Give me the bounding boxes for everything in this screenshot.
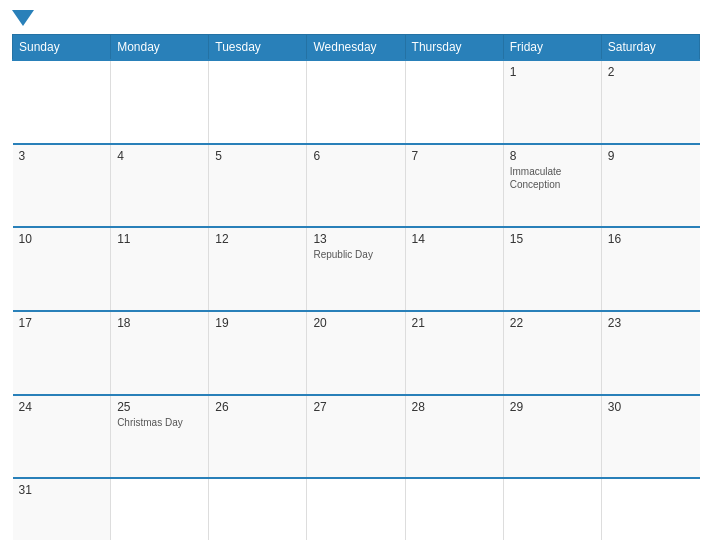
calendar-cell xyxy=(307,478,405,540)
day-number: 15 xyxy=(510,232,595,246)
calendar-cell: 30 xyxy=(601,395,699,479)
calendar-cell: 27 xyxy=(307,395,405,479)
day-number: 1 xyxy=(510,65,595,79)
calendar-cell: 19 xyxy=(209,311,307,395)
calendar-cell: 21 xyxy=(405,311,503,395)
day-number: 10 xyxy=(19,232,105,246)
calendar-cell: 8Immaculate Conception xyxy=(503,144,601,228)
calendar-cell: 16 xyxy=(601,227,699,311)
calendar-cell xyxy=(601,478,699,540)
holiday-label: Republic Day xyxy=(313,248,398,261)
calendar-week-row: 2425Christmas Day2627282930 xyxy=(13,395,700,479)
calendar-cell xyxy=(111,60,209,144)
holiday-label: Immaculate Conception xyxy=(510,165,595,191)
day-number: 16 xyxy=(608,232,694,246)
day-number: 23 xyxy=(608,316,694,330)
calendar-cell: 31 xyxy=(13,478,111,540)
calendar-cell: 6 xyxy=(307,144,405,228)
day-number: 13 xyxy=(313,232,398,246)
calendar-cell: 7 xyxy=(405,144,503,228)
calendar-cell: 29 xyxy=(503,395,601,479)
calendar-cell: 25Christmas Day xyxy=(111,395,209,479)
logo xyxy=(12,10,34,26)
day-of-week-header: Thursday xyxy=(405,35,503,61)
calendar-cell xyxy=(209,478,307,540)
day-number: 22 xyxy=(510,316,595,330)
day-number: 8 xyxy=(510,149,595,163)
calendar-cell: 18 xyxy=(111,311,209,395)
holiday-label: Christmas Day xyxy=(117,416,202,429)
day-number: 28 xyxy=(412,400,497,414)
calendar-header-row: SundayMondayTuesdayWednesdayThursdayFrid… xyxy=(13,35,700,61)
calendar-cell: 22 xyxy=(503,311,601,395)
day-of-week-header: Friday xyxy=(503,35,601,61)
day-number: 24 xyxy=(19,400,105,414)
day-of-week-header: Wednesday xyxy=(307,35,405,61)
calendar-week-row: 10111213Republic Day141516 xyxy=(13,227,700,311)
calendar-cell: 26 xyxy=(209,395,307,479)
day-number: 20 xyxy=(313,316,398,330)
day-number: 9 xyxy=(608,149,694,163)
calendar-week-row: 31 xyxy=(13,478,700,540)
calendar-cell: 13Republic Day xyxy=(307,227,405,311)
calendar-table: SundayMondayTuesdayWednesdayThursdayFrid… xyxy=(12,34,700,540)
day-number: 4 xyxy=(117,149,202,163)
day-of-week-header: Tuesday xyxy=(209,35,307,61)
calendar-cell: 3 xyxy=(13,144,111,228)
calendar-cell xyxy=(405,60,503,144)
day-of-week-header: Sunday xyxy=(13,35,111,61)
day-number: 6 xyxy=(313,149,398,163)
calendar-cell: 12 xyxy=(209,227,307,311)
day-number: 3 xyxy=(19,149,105,163)
day-number: 12 xyxy=(215,232,300,246)
calendar-cell: 11 xyxy=(111,227,209,311)
calendar-cell xyxy=(503,478,601,540)
calendar-cell: 15 xyxy=(503,227,601,311)
calendar-cell xyxy=(111,478,209,540)
calendar-cell: 10 xyxy=(13,227,111,311)
calendar-cell: 9 xyxy=(601,144,699,228)
day-number: 25 xyxy=(117,400,202,414)
calendar-cell xyxy=(13,60,111,144)
calendar-week-row: 345678Immaculate Conception9 xyxy=(13,144,700,228)
day-number: 19 xyxy=(215,316,300,330)
calendar-cell: 4 xyxy=(111,144,209,228)
day-number: 14 xyxy=(412,232,497,246)
calendar-cell: 28 xyxy=(405,395,503,479)
calendar-cell: 24 xyxy=(13,395,111,479)
day-number: 31 xyxy=(19,483,105,497)
day-number: 21 xyxy=(412,316,497,330)
day-number: 7 xyxy=(412,149,497,163)
calendar-week-row: 12 xyxy=(13,60,700,144)
day-number: 17 xyxy=(19,316,105,330)
day-number: 27 xyxy=(313,400,398,414)
day-number: 2 xyxy=(608,65,694,79)
day-number: 29 xyxy=(510,400,595,414)
day-of-week-header: Monday xyxy=(111,35,209,61)
calendar-cell: 5 xyxy=(209,144,307,228)
svg-marker-0 xyxy=(12,10,34,26)
day-of-week-header: Saturday xyxy=(601,35,699,61)
logo-flag-icon xyxy=(12,10,34,26)
calendar-cell xyxy=(405,478,503,540)
day-number: 11 xyxy=(117,232,202,246)
calendar-cell xyxy=(209,60,307,144)
calendar-week-row: 17181920212223 xyxy=(13,311,700,395)
calendar-cell: 17 xyxy=(13,311,111,395)
calendar-page: SundayMondayTuesdayWednesdayThursdayFrid… xyxy=(0,0,712,550)
day-number: 5 xyxy=(215,149,300,163)
calendar-cell: 14 xyxy=(405,227,503,311)
day-number: 18 xyxy=(117,316,202,330)
header xyxy=(12,10,700,26)
day-number: 30 xyxy=(608,400,694,414)
calendar-cell: 23 xyxy=(601,311,699,395)
calendar-cell: 2 xyxy=(601,60,699,144)
calendar-cell: 1 xyxy=(503,60,601,144)
calendar-cell xyxy=(307,60,405,144)
calendar-cell: 20 xyxy=(307,311,405,395)
day-number: 26 xyxy=(215,400,300,414)
